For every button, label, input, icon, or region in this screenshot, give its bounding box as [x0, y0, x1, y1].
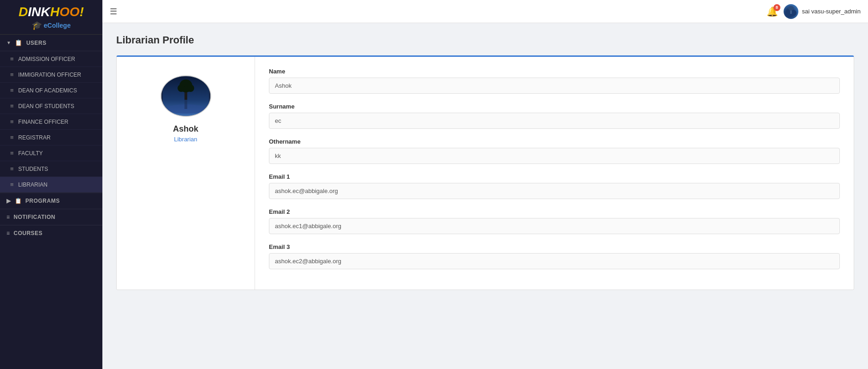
notification-button[interactable]: 🔔 8: [767, 6, 778, 17]
profile-avatar: [161, 75, 211, 117]
menu-lines-icon: ≡: [10, 118, 14, 125]
sidebar-logo: DINKHOO! 🎓 eCollege: [0, 0, 102, 35]
svg-point-7: [178, 85, 185, 92]
profile-layout: Ashok Librarian Name Surname Othername: [116, 55, 854, 290]
name-form-group: Name: [269, 68, 840, 94]
notification-badge: 8: [773, 4, 780, 11]
svg-rect-9: [184, 100, 187, 109]
dean-students-label: DEAN OF STUDENTS: [18, 103, 74, 109]
email3-label: Email 3: [269, 243, 840, 250]
sidebar-item-dean-of-students[interactable]: ≡ DEAN OF STUDENTS: [0, 98, 102, 114]
notification-section-label: NOTIFICATION: [14, 214, 55, 220]
menu-icon: ≡: [6, 214, 10, 220]
menu-lines-icon: ≡: [10, 134, 14, 141]
sidebar-item-registrar[interactable]: ≡ REGISTRAR: [0, 130, 102, 145]
programs-section-label: PROGRAMS: [25, 198, 60, 204]
sidebar-section-users-header[interactable]: ▼ 📋 USERS: [0, 35, 102, 51]
main-area: ☰ 🔔 8 sai vasu-super_admin: [102, 0, 868, 369]
email2-input[interactable]: [269, 218, 840, 234]
admission-officer-label: ADMISSION OFFICER: [18, 56, 75, 62]
faculty-label: FACULTY: [18, 150, 43, 157]
sidebar-item-finance-officer[interactable]: ≡ FINANCE OFFICER: [0, 114, 102, 130]
sidebar-section-courses[interactable]: ≡ COURSES: [0, 225, 102, 241]
logo-d: D: [18, 5, 28, 19]
menu-lines-icon: ≡: [10, 87, 14, 94]
email1-input[interactable]: [269, 183, 840, 199]
othername-label: Othername: [269, 138, 840, 145]
svg-point-8: [187, 85, 194, 92]
sidebar-item-faculty[interactable]: ≡ FACULTY: [0, 145, 102, 161]
sidebar-item-students[interactable]: ≡ STUDENTS: [0, 161, 102, 177]
registrar-label: REGISTRAR: [18, 134, 51, 141]
users-section-label: USERS: [26, 40, 47, 46]
topbar-right: 🔔 8 sai vasu-super_admin: [767, 4, 861, 19]
courses-section-label: COURSES: [14, 230, 43, 236]
students-label: STUDENTS: [18, 166, 48, 172]
dean-academics-label: DEAN OF ACADEMICS: [18, 87, 77, 94]
profile-form: Name Surname Othername Email 1 Email 2: [255, 57, 854, 290]
topbar-left: ☰: [110, 6, 117, 17]
logo-exclaim: !: [79, 5, 83, 19]
logo-oo: OO: [59, 5, 80, 19]
finance-officer-label: FINANCE OFFICER: [18, 119, 69, 125]
immigration-officer-label: IMMIGRATION OFFICER: [18, 72, 81, 78]
profile-name: Ashok: [173, 124, 198, 134]
email3-input[interactable]: [269, 253, 840, 269]
hamburger-icon[interactable]: ☰: [110, 6, 117, 17]
sidebar-section-notification[interactable]: ≡ NOTIFICATION: [0, 209, 102, 225]
menu-lines-icon: ≡: [10, 150, 14, 157]
sidebar-item-dean-of-academics[interactable]: ≡ DEAN OF ACADEMICS: [0, 83, 102, 98]
sidebar-item-librarian[interactable]: ≡ LIBRARIAN: [0, 177, 102, 193]
othername-form-group: Othername: [269, 138, 840, 164]
surname-input[interactable]: [269, 113, 840, 129]
topbar: ☰ 🔔 8 sai vasu-super_admin: [102, 0, 868, 23]
menu-lines-icon: ≡: [10, 165, 14, 172]
email1-form-group: Email 1: [269, 173, 840, 199]
sidebar-item-admission-officer[interactable]: ≡ ADMISSION OFFICER: [0, 51, 102, 67]
menu-icon: ≡: [6, 230, 10, 236]
chevron-right-icon: ▶: [6, 198, 11, 204]
sidebar-item-immigration-officer[interactable]: ≡ IMMIGRATION OFFICER: [0, 67, 102, 83]
sidebar-section-programs[interactable]: ▶ 📋 PROGRAMS: [0, 193, 102, 209]
menu-lines-icon: ≡: [10, 103, 14, 109]
graduation-icon: 🎓: [32, 20, 42, 30]
sidebar: DINKHOO! 🎓 eCollege ▼ 📋 USERS ≡ ADMISSIO…: [0, 0, 102, 369]
sidebar-section-users: ▼ 📋 USERS ≡ ADMISSION OFFICER ≡ IMMIGRAT…: [0, 35, 102, 193]
email3-form-group: Email 3: [269, 243, 840, 269]
menu-lines-icon: ≡: [10, 55, 14, 62]
menu-lines-icon: ≡: [10, 181, 14, 188]
surname-label: Surname: [269, 103, 840, 110]
content-area: Librarian Profile: [102, 23, 868, 369]
email2-label: Email 2: [269, 208, 840, 215]
chevron-down-icon: ▼: [6, 40, 11, 45]
surname-form-group: Surname: [269, 103, 840, 129]
email2-form-group: Email 2: [269, 208, 840, 234]
programs-section-icon: 📋: [15, 198, 22, 204]
user-name-label: sai vasu-super_admin: [802, 8, 861, 15]
avatar: [784, 4, 798, 19]
name-label: Name: [269, 68, 840, 75]
user-info[interactable]: sai vasu-super_admin: [784, 4, 861, 19]
profile-card: Ashok Librarian: [117, 57, 255, 290]
logo-h: H: [50, 5, 59, 19]
name-input[interactable]: [269, 78, 840, 94]
page-title: Librarian Profile: [116, 34, 854, 46]
menu-lines-icon: ≡: [10, 71, 14, 78]
othername-input[interactable]: [269, 148, 840, 164]
librarian-label: LIBRARIAN: [18, 181, 48, 188]
ecollege-label: eCollege: [44, 22, 71, 29]
users-section-icon: 📋: [15, 39, 23, 46]
logo-ink: INK: [28, 5, 50, 19]
profile-avatar-image: [161, 76, 210, 116]
email1-label: Email 1: [269, 173, 840, 180]
avatar-image: [784, 4, 798, 19]
profile-role: Librarian: [174, 136, 197, 143]
svg-point-2: [788, 6, 794, 11]
